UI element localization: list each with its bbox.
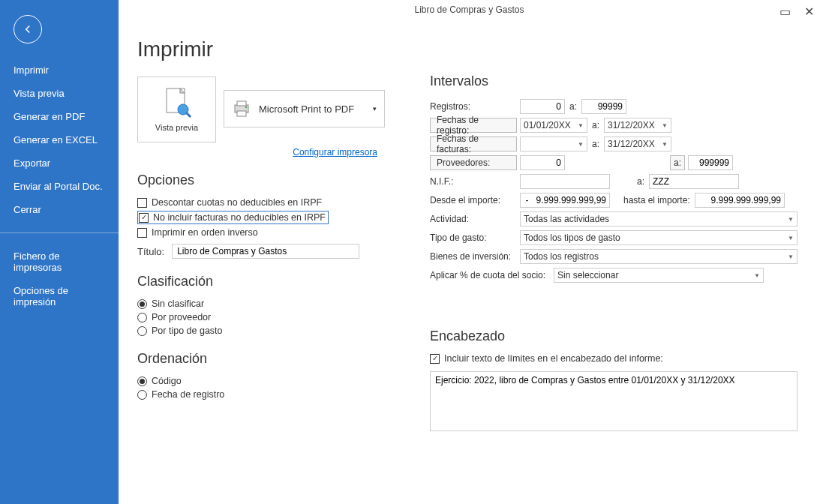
cuota-socio-label: Aplicar % de cuota del socio: (430, 270, 554, 280)
chk-no-incluir-facturas[interactable] (139, 213, 149, 223)
chevron-down-icon: ▼ (578, 141, 584, 148)
proveedores-a-button[interactable]: a: (670, 155, 685, 170)
registros-label: Registros: (430, 101, 520, 112)
chk-descontar-cuotas-label: Descontar cuotas no deducibles en IRPF (152, 197, 322, 208)
printer-name: Microsoft Print to PDF (259, 104, 354, 115)
proveedores-to[interactable] (688, 155, 733, 170)
nav-vista-previa[interactable]: Vista previa (0, 82, 119, 105)
bienes-inversion-select[interactable]: Todos los registros▼ (520, 249, 797, 264)
chk-descontar-cuotas[interactable] (137, 198, 147, 208)
svg-rect-3 (237, 101, 246, 106)
document-preview-icon (162, 87, 192, 120)
chk-orden-inverso-label: Imprimir en orden inverso (152, 227, 258, 238)
encabezado-heading: Encabezado (430, 328, 797, 344)
a-sep: a: (592, 120, 599, 130)
radio-fecha-registro-label: Fecha de registro (152, 389, 224, 400)
chk-no-incluir-facturas-label: No incluir facturas no deducibles en IRP… (153, 212, 326, 223)
chevron-down-icon: ▼ (662, 141, 668, 148)
window-maximize-icon[interactable]: ▭ (779, 4, 791, 19)
fechas-facturas-from[interactable]: ▼ (520, 136, 587, 152)
intervalos-heading: Intervalos (430, 74, 797, 89)
svg-point-5 (245, 106, 247, 108)
importe-from[interactable] (520, 193, 610, 208)
chevron-down-icon: ▼ (754, 272, 760, 279)
chk-orden-inverso[interactable] (137, 228, 147, 238)
chevron-down-icon: ▼ (578, 122, 584, 129)
vista-previa-label: Vista previa (155, 123, 198, 132)
fechas-registro-from[interactable]: 01/01/20XX▼ (520, 118, 587, 133)
vista-previa-button[interactable]: Vista previa (137, 76, 216, 142)
radio-fecha-registro[interactable] (137, 390, 147, 400)
titulo-label: Título: (137, 246, 164, 257)
radio-por-proveedor[interactable] (137, 313, 147, 322)
proveedores-from[interactable] (520, 155, 565, 170)
fechas-registro-to[interactable]: 31/12/20XX▼ (604, 118, 671, 133)
chevron-down-icon: ▼ (788, 216, 794, 223)
radio-codigo-label: Código (152, 376, 182, 386)
radio-por-tipo-gasto-label: Por tipo de gasto (152, 326, 223, 336)
radio-por-proveedor-label: Por proveedor (152, 312, 211, 322)
chk-incluir-texto-limites-label: Incluir texto de límites en el encabezad… (444, 353, 663, 364)
svg-rect-4 (237, 111, 246, 116)
registros-to[interactable] (581, 99, 626, 114)
chevron-down-icon: ▾ (373, 105, 377, 112)
nif-to[interactable] (649, 174, 739, 189)
chevron-down-icon: ▼ (788, 235, 794, 242)
actividad-select[interactable]: Todas las actividades▼ (520, 212, 797, 226)
window-title: Libro de Compras y Gastos (119, 4, 820, 15)
tipo-gasto-select[interactable]: Todos los tipos de gasto▼ (520, 230, 797, 245)
sidebar: Imprimir Vista previa Generar en PDF Gen… (0, 0, 119, 504)
nif-label: N.I.F.: (430, 176, 520, 187)
radio-por-tipo-gasto[interactable] (137, 326, 147, 336)
encabezado-text[interactable] (430, 371, 797, 431)
configurar-impresora-link[interactable]: Configurar impresora (137, 147, 377, 158)
radio-codigo[interactable] (137, 376, 147, 386)
nav-generar-pdf[interactable]: Generar en PDF (0, 105, 119, 128)
hasta-importe-label: hasta el importe: (623, 195, 695, 206)
bienes-inversion-label: Bienes de inversión: (430, 251, 520, 262)
nif-from[interactable] (520, 174, 610, 189)
nav-cerrar[interactable]: Cerrar (0, 198, 119, 221)
window-close-icon[interactable]: ✕ (804, 4, 814, 19)
cuota-socio-select[interactable]: Sin seleccionar▼ (554, 268, 764, 283)
chevron-down-icon: ▼ (662, 122, 668, 129)
chk-incluir-texto-limites[interactable] (430, 354, 440, 364)
nav-imprimir[interactable]: Imprimir (0, 58, 119, 82)
fechas-facturas-button[interactable]: Fechas de facturas: (430, 136, 517, 152)
printer-select[interactable]: Microsoft Print to PDF ▾ (224, 90, 385, 128)
actividad-label: Actividad: (430, 214, 520, 224)
fechas-facturas-to[interactable]: 31/12/20XX▼ (604, 136, 671, 152)
radio-sin-clasificar[interactable] (137, 299, 147, 309)
nav-fichero-impresoras[interactable]: Fichero de impresoras (0, 244, 119, 279)
chevron-down-icon: ▼ (788, 254, 794, 260)
radio-sin-clasificar-label: Sin clasificar (152, 298, 204, 309)
ordenacion-heading: Ordenación (137, 351, 392, 367)
back-button[interactable] (14, 15, 42, 44)
page-title: Imprimir (137, 38, 392, 62)
fechas-registro-button[interactable]: Fechas de registro: (430, 118, 517, 133)
nav-opciones-impresion[interactable]: Opciones de impresión (0, 279, 119, 314)
titulo-input[interactable] (172, 244, 359, 259)
a-sep: a: (637, 176, 644, 187)
importe-to[interactable] (695, 193, 785, 208)
nav-generar-excel[interactable]: Generar en EXCEL (0, 128, 119, 152)
registros-from[interactable] (520, 99, 565, 114)
printer-icon (232, 100, 251, 117)
a-sep: a: (592, 139, 599, 149)
nav-enviar-portal[interactable]: Enviar al Portal Doc. (0, 175, 119, 198)
proveedores-button[interactable]: Proveedores: (430, 155, 517, 170)
desde-importe-label: Desde el importe: (430, 195, 520, 206)
nav-exportar[interactable]: Exportar (0, 152, 119, 175)
a-sep: a: (569, 101, 577, 112)
clasificacion-heading: Clasificación (137, 274, 392, 290)
tipo-gasto-label: Tipo de gasto: (430, 232, 520, 243)
opciones-heading: Opciones (137, 172, 392, 188)
